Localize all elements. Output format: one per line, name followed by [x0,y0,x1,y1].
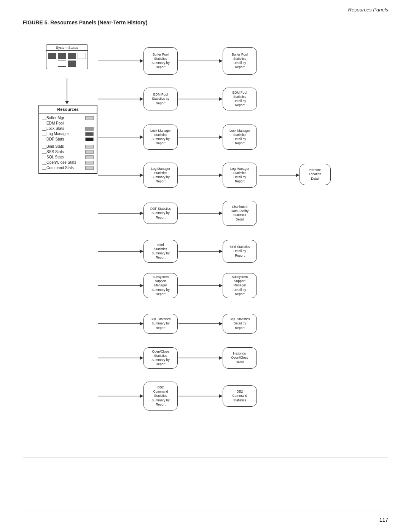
svg-marker-11 [140,211,143,215]
node-db2-det: DB2CommandStatistics [223,385,257,407]
res-item-openclose: __Open/Close Stats [42,160,94,165]
ss-icon-6 [68,61,76,67]
ss-icon-3 [68,53,76,59]
res-item-buffer: __Buffer Mgr [42,116,94,120]
res-swatch-bind [85,145,94,149]
node-edm-sum: EDM PoolStatistics byReport [143,88,178,110]
res-swatch-lock [85,127,94,131]
node-oc-sum: Open/CloseStatisticsSummary byReport [143,347,178,369]
node-bp-det: Buffer PoolStatisticsDetail byReport [223,47,257,75]
res-swatch-buffer [85,116,94,120]
svg-marker-9 [140,173,143,177]
svg-marker-21 [140,394,143,398]
svg-marker-7 [140,135,143,139]
res-item-command: __Command Stats [42,166,94,170]
svg-marker-43 [296,173,299,177]
svg-marker-27 [219,135,223,139]
res-item-bind: __Bind Stats [42,144,94,149]
svg-marker-19 [140,356,143,360]
figure-title: FIGURE 5. Resources Panels (Near-Term Hi… [23,19,388,26]
svg-marker-35 [219,284,223,288]
node-ddf-det: DistributedData FacilityStatisticsDetail [223,201,257,226]
res-swatch-log [85,132,94,136]
arrows-svg [23,31,388,457]
svg-marker-23 [219,59,223,63]
svg-marker-29 [219,173,223,177]
node-sql-sum: SQL StatisticsSummary byReport [143,314,178,334]
res-item-sql: __SQL Stats [42,155,94,159]
res-swatch-ddf [85,137,94,141]
system-status-box: System Status [46,44,88,69]
svg-marker-25 [219,97,223,101]
node-bind-det: Bind StatisticsDetail byReport [223,240,257,263]
res-swatch-cmd [85,166,94,170]
svg-marker-37 [219,322,223,326]
figure-container: System Status Resources __Buffer Mgr __E… [23,31,388,457]
system-status-title: System Status [46,45,88,51]
page-number: 117 [379,517,388,523]
res-item-edm: __EDM Pool [42,121,94,125]
res-item-log: __Log Manager [42,132,94,136]
svg-marker-31 [219,211,223,215]
svg-marker-41 [219,394,223,398]
header-title: Resources Panels [348,7,389,13]
page-header: Resources Panels [0,0,411,13]
resources-items: __Buffer Mgr __EDM Pool __Lock Stats __L… [39,113,97,173]
svg-marker-39 [219,356,223,360]
ss-icon-4 [78,53,86,59]
node-bp-sum: Buffer PoolStatisticsSummary byReport [143,47,178,75]
svg-marker-33 [219,249,223,253]
resources-panel: Resources __Buffer Mgr __EDM Pool __Lock… [38,105,97,174]
node-oc-det: HistoricalOpen/CloseDetail [223,347,257,369]
node-db2-sum: DB2CommandStatisticsSummary byReport [143,382,178,411]
res-swatch-sql [85,155,94,159]
svg-marker-1 [65,101,69,104]
node-edm-det: EDM PoolStatisticsDetail byReport [223,88,257,110]
bottom-rule [23,511,388,511]
node-ssm-sum: SubsystemSupportManagerSummary byReport [143,273,178,298]
node-ssm-det: SubsystemSupportManagerDetail byReport [223,273,257,298]
ss-icon-2 [58,53,66,59]
system-status-icons [46,51,88,69]
node-sql-det: SQL StatisticsDetail byReport [223,314,257,334]
svg-marker-17 [140,322,143,326]
node-lock-sum: Lock ManagerStatisticsSummary byReport [143,125,178,150]
resources-title: Resources [39,105,97,113]
res-item-ddf: __DDF Stats [42,137,94,141]
svg-marker-15 [140,284,143,288]
res-item-lock: __Lock Stats [42,126,94,131]
node-log-det: Log ManagerStatisticsDetail byReport [223,163,257,188]
res-swatch-oc [85,161,94,165]
svg-marker-5 [140,97,143,101]
node-bind-sum: BindStatisticsSummary byReport [143,240,178,263]
node-lock-det: Lock ManagerStatisticsDetail byReport [223,125,257,150]
ss-icon-1 [48,53,56,59]
res-item-sss: __SSS Stats [42,150,94,154]
ss-icon-5 [58,61,66,67]
node-remote-det: RemoteLocationDetail [299,164,331,185]
node-ddf-sum: DDF StatisticsSummary byReport [143,203,178,224]
res-swatch-sss [85,150,94,154]
node-log-sum: Log ManagerStatisticsSummary byReport [143,163,178,188]
svg-marker-3 [140,59,143,63]
svg-marker-13 [140,249,143,253]
